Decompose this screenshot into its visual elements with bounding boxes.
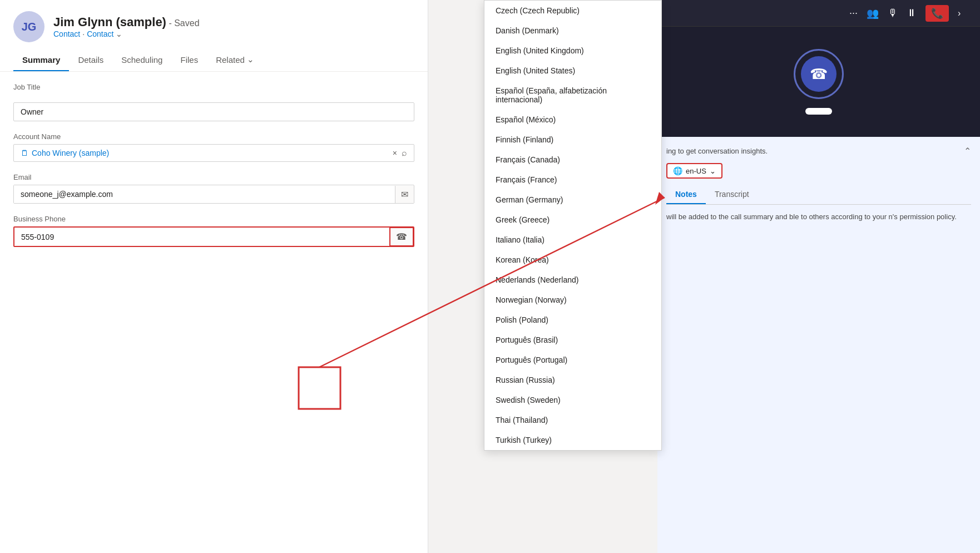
phone-header: ··· 👥 🎙 ⏸ 📞 › [657,0,980,27]
tab-transcript[interactable]: Transcript [706,185,758,204]
business-phone-group: Business Phone ☎ [13,215,414,247]
notes-tabs: Notes Transcript [666,185,971,205]
call-circle-inner: ☎ [801,56,837,92]
lang-item-polish[interactable]: Polish (Poland) [484,310,661,330]
account-name-label: Account Name [13,132,414,141]
lang-item-danish[interactable]: Danish (Denmark) [484,21,661,41]
language-selector[interactable]: 🌐 en-US ⌄ [666,163,722,179]
lang-item-turkish[interactable]: Turkish (Turkey) [484,430,661,450]
lang-item-portugues-pt[interactable]: Português (Portugal) [484,350,661,370]
business-phone-input-wrapper: ☎ [13,226,414,247]
crm-header: JG Jim Glynn (sample) - Saved Contact · … [0,0,428,72]
call-phone-icon: ☎ [810,66,828,83]
job-title-label: Job Title [13,83,414,91]
lang-item-espanol-es[interactable]: Español (España, alfabetización internac… [484,81,661,110]
tab-files[interactable]: Files [171,50,207,71]
chevron-down-icon: ⌄ [247,55,254,65]
email-group: Email ✉ [13,173,414,204]
saved-badge: - Saved [169,18,199,28]
tab-details[interactable]: Details [69,50,112,71]
lang-item-finnish[interactable]: Finnish (Finland) [484,130,661,150]
envelope-icon: ✉ [401,189,408,200]
lang-item-english-us[interactable]: English (United States) [484,61,661,81]
lang-chevron-icon: ⌄ [710,167,716,175]
contact-name: Jim Glynn (sample) [53,15,166,29]
expand-icon[interactable]: › [958,8,971,18]
owner-input[interactable]: Owner [13,102,414,121]
globe-icon: 🌐 [673,166,682,175]
crm-panel: JG Jim Glynn (sample) - Saved Contact · … [0,0,428,553]
contact-type-chevron[interactable]: ⌄ [116,29,122,38]
tab-summary[interactable]: Summary [13,50,69,71]
lang-item-portugues-br[interactable]: Português (Brasil) [484,330,661,350]
account-search-icon[interactable]: ⌕ [402,148,407,158]
job-title-group: Job Title [13,83,414,91]
contact-type: Contact · Contact ⌄ [53,29,200,38]
form-area: Job Title Owner Account Name 🗒 Coho Wine… [0,72,428,553]
contact-info: JG Jim Glynn (sample) - Saved Contact · … [13,11,414,42]
main-layout: JG Jim Glynn (sample) - Saved Contact · … [0,0,980,553]
participants-button[interactable]: 👥 [867,7,879,19]
account-doc-icon: 🗒 [21,149,28,157]
phone-panel: ··· 👥 🎙 ⏸ 📞 › ☎ ing to [657,0,980,553]
tabs: Summary Details Scheduling Files Related… [13,49,414,71]
call-circle-outer: ☎ [794,49,844,99]
owner-group: Owner [13,102,414,121]
business-phone-input[interactable] [14,228,390,246]
lang-item-korean[interactable]: Korean (Korea) [484,250,661,270]
language-dropdown[interactable]: Czech (Czech Republic) Danish (Denmark) … [484,0,662,451]
email-icon-button[interactable]: ✉ [395,186,414,203]
ai-insights-panel: ing to get conversation insights. ⌃ 🌐 en… [657,137,980,553]
tab-related[interactable]: Related ⌄ [207,49,263,71]
business-phone-label: Business Phone [13,215,414,223]
end-call-button[interactable]: 📞 [925,5,949,22]
phone-icon: ☎ [396,231,407,242]
pause-button[interactable]: ⏸ [907,7,917,19]
account-name-input[interactable]: 🗒 Coho Winery (sample) × ⌕ [13,144,414,162]
contact-type-link1[interactable]: Contact [53,29,80,38]
phone-call-button[interactable]: ☎ [389,227,414,246]
lang-item-greek[interactable]: Greek (Greece) [484,210,661,230]
lang-code-label: en-US [686,167,706,175]
email-label: Email [13,173,414,181]
contact-details: Jim Glynn (sample) - Saved Contact · Con… [53,15,200,38]
lang-item-thai[interactable]: Thai (Thailand) [484,410,661,430]
account-name-link[interactable]: Coho Winery (sample) [32,149,388,157]
lang-item-francais-fr[interactable]: Français (France) [484,170,661,190]
more-options-button[interactable]: ··· [849,7,858,19]
lang-item-russian[interactable]: Russian (Russia) [484,370,661,390]
caller-name-bar [805,108,832,115]
ai-banner: ing to get conversation insights. ⌃ [666,146,971,156]
notes-content: will be added to the call summary and bl… [666,211,971,223]
lang-item-norwegian[interactable]: Norwegian (Norway) [484,290,661,310]
lang-item-czech[interactable]: Czech (Czech Republic) [484,1,661,21]
email-input-wrapper: ✉ [13,185,414,204]
lang-item-espanol-mx[interactable]: Español (México) [484,110,661,130]
call-visualization: ☎ [657,27,980,137]
tab-scheduling[interactable]: Scheduling [112,50,171,71]
account-name-group: Account Name 🗒 Coho Winery (sample) × ⌕ [13,132,414,162]
contact-name-row: Jim Glynn (sample) - Saved [53,15,200,29]
lang-item-swedish[interactable]: Swedish (Sweden) [484,390,661,410]
contact-type-link2[interactable]: Contact [87,29,113,38]
lang-item-italiano[interactable]: Italiano (Italia) [484,230,661,250]
lang-item-german[interactable]: German (Germany) [484,190,661,210]
email-input[interactable] [14,185,395,203]
tab-notes[interactable]: Notes [666,185,706,204]
mic-button[interactable]: 🎙 [888,7,898,19]
collapse-button[interactable]: ⌃ [964,146,971,156]
app-container: JG Jim Glynn (sample) - Saved Contact · … [0,0,980,553]
avatar: JG [13,11,44,42]
lang-item-nederlands[interactable]: Nederlands (Nederland) [484,270,661,290]
account-clear-button[interactable]: × [393,149,397,157]
lang-item-english-uk[interactable]: English (United Kingdom) [484,41,661,61]
tab-related-label: Related [216,55,245,65]
lang-item-francais-ca[interactable]: Français (Canada) [484,150,661,170]
ai-banner-text: ing to get conversation insights. [666,147,768,155]
